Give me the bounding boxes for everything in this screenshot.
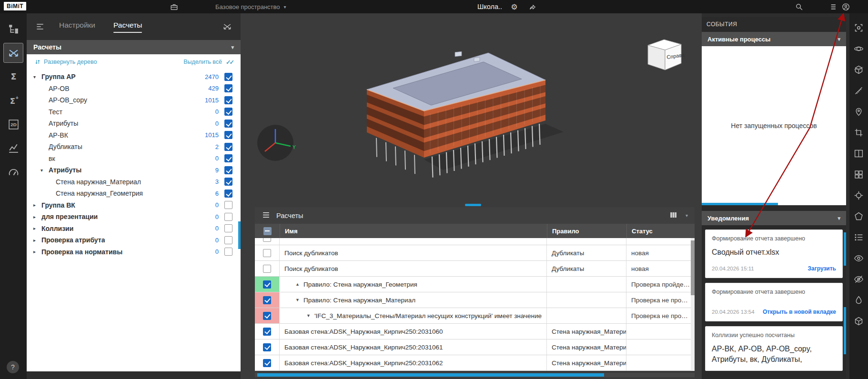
tree-row[interactable]: ▸Группа ВК0 [27,199,241,211]
grid-button[interactable] [851,167,867,182]
notifications-scrollbar-thumb[interactable] [844,232,846,266]
table-row[interactable]: ▼'IFC_3_Материалы_Стены/Материал несущих… [255,308,695,324]
table-row[interactable]: Поиск дубликатовДубликатыновая [255,245,695,261]
share-icon[interactable] [526,1,538,12]
screenshot-button[interactable] [851,20,867,35]
row-checkbox[interactable] [263,249,271,257]
tree-row[interactable]: Стена наружная_Материал3 [27,176,241,188]
row-checkbox[interactable] [263,280,271,289]
tree-expander-icon[interactable]: ▸ [33,238,41,243]
table-vertical-scrollbar[interactable] [691,238,695,371]
crop-button[interactable] [851,125,867,140]
rail-button-summary[interactable]: Σ [3,67,23,87]
row-checkbox[interactable] [263,359,271,367]
select-all-checkbox[interactable] [263,227,272,235]
rail-button-charts[interactable] [3,138,23,158]
notification-action-link[interactable]: Открыть в новой вкладке [763,309,836,315]
tree-item-checkbox[interactable] [224,236,232,244]
calculations-section-header[interactable]: Расчеты ▾ [27,40,241,54]
tree-expander-icon[interactable]: ▸ [33,214,41,219]
active-processes-header[interactable]: Активные процессы ▾ [702,32,846,46]
column-header-status[interactable]: Статус [626,224,695,238]
tree-item-checkbox[interactable] [224,213,232,221]
paint-button[interactable] [851,292,867,308]
tree-item-checkbox[interactable] [224,248,232,256]
table-row[interactable]: Базовая стена:ADSK_Наружная_Кирпич250:20… [255,339,695,355]
orbit-button[interactable] [851,41,867,56]
chevron-down-icon[interactable]: ▾ [686,213,688,218]
pin-button[interactable] [851,104,867,119]
rail-button-view-2d[interactable]: 2D [3,114,23,134]
rail-button-model-tree[interactable] [3,19,23,39]
tree-expander-icon[interactable]: ▸ [33,226,41,231]
row-checkbox[interactable] [263,265,271,273]
tree-row[interactable]: АР-ОВ429 [27,83,241,95]
tree-item-checkbox[interactable] [224,143,232,151]
menu-icon[interactable] [262,210,271,221]
section-cube-button[interactable] [851,62,867,77]
tree-item-checkbox[interactable] [224,166,232,174]
tree-expander-icon[interactable]: ▾ [40,168,49,173]
row-checkbox[interactable] [263,296,271,304]
table-row[interactable]: ▼Правило: Стена наружная_МатериалПроверк… [255,292,695,308]
axis-gizmo[interactable]: Y [254,121,297,164]
tree-row[interactable]: АР-ОВ_copy1015 [27,94,241,106]
tree-item-checkbox[interactable] [224,73,232,81]
row-expander-icon[interactable]: ▼ [295,298,300,302]
tree-item-checkbox[interactable] [224,201,232,209]
ruler-button[interactable] [851,83,867,98]
column-header-name[interactable]: Имя [280,224,547,238]
row-checkbox[interactable] [263,312,271,320]
panel-tab-0[interactable]: Настройки [59,21,95,33]
table-row[interactable]: ▲Правило: Стена наружная_ГеометрияПровер… [255,277,695,292]
expand-tree-link[interactable]: Развернуть дерево [34,59,97,65]
tree-item-checkbox[interactable] [224,96,232,104]
tree-row[interactable]: Стена наружная_Геометрия6 [27,188,241,199]
view-list-icon[interactable] [826,1,838,12]
shuffle-icon[interactable] [221,20,234,33]
notification-card[interactable]: Формирование отчета завершено20.04.2026 … [705,283,843,321]
notification-action-link[interactable]: Загрузить [808,265,836,272]
notifications-scrollbar-thumb[interactable] [844,307,846,354]
cube-button[interactable] [851,313,867,329]
column-header-rule[interactable]: Правило [547,224,626,238]
columns-icon[interactable] [669,210,678,221]
notification-card[interactable]: Коллизии успешно посчитаныАР-ВК, АР-ОВ, … [705,326,843,371]
polygon-select-button[interactable] [851,209,867,224]
panel-drag-handle[interactable] [465,204,481,206]
workspace-briefcase-icon[interactable] [168,1,180,12]
account-icon[interactable] [839,1,852,12]
eye-button[interactable] [851,250,867,266]
tree-item-checkbox[interactable] [224,84,232,92]
tree-item-checkbox[interactable] [224,131,232,139]
table-horizontal-scrollbar[interactable] [255,373,695,377]
tree-row[interactable]: ▾Группа АР2470 [27,71,241,83]
menu-icon[interactable] [33,20,47,33]
processes-scrollbar-thumb[interactable] [702,203,778,205]
table-row[interactable]: Базовая стена:ADSK_Наружная_Кирпич250:20… [255,355,695,371]
row-expander-icon[interactable]: ▲ [295,282,300,287]
tree-item-checkbox[interactable] [224,190,232,198]
tree-item-checkbox[interactable] [224,120,232,128]
rail-button-dashboard[interactable] [3,162,23,182]
tree-row[interactable]: ▸Проверка на нормативы0 [27,246,241,258]
table-row[interactable] [255,238,695,245]
tree-row[interactable]: Дубликаты2 [27,141,241,153]
table-row[interactable]: Поиск дубликатовДубликатыновая [255,261,695,277]
tree-row[interactable]: вк0 [27,153,241,165]
row-checkbox[interactable] [263,328,271,336]
focus-button[interactable] [851,188,867,203]
search-icon[interactable] [793,1,805,12]
tree-row[interactable]: ▸для презентации0 [27,211,241,223]
row-checkbox[interactable] [263,343,271,351]
panel-tab-1[interactable]: Расчеты [113,21,142,33]
rail-button-summary-add[interactable]: Σ+ [3,90,23,110]
rail-button-validation[interactable] [3,43,23,63]
help-button[interactable]: ? [7,361,19,373]
tree-expander-icon[interactable]: ▸ [33,202,41,208]
tree-row[interactable]: ▸Проверка атрибута0 [27,234,241,246]
tree-item-checkbox[interactable] [224,154,232,162]
tree-item-checkbox[interactable] [224,178,232,186]
tree-expander-icon[interactable]: ▾ [33,74,41,80]
tree-row[interactable]: Тест0 [27,106,241,118]
